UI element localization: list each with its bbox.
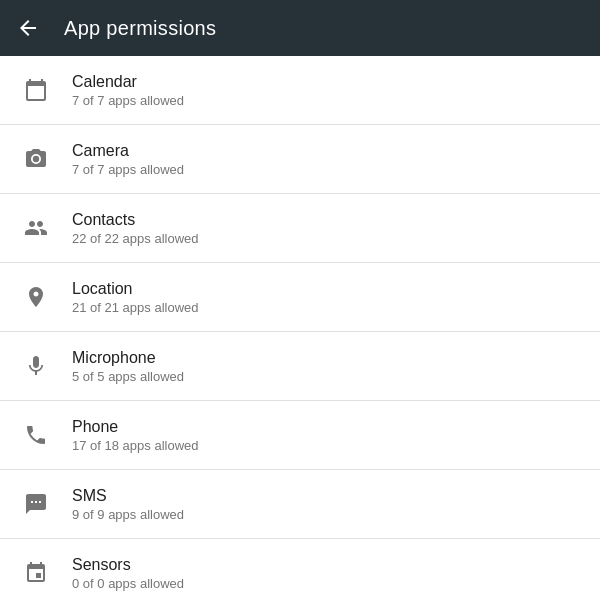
sms-icon	[16, 484, 56, 524]
calendar-icon	[16, 70, 56, 110]
page-title: App permissions	[64, 17, 216, 40]
list-item-microphone[interactable]: Microphone 5 of 5 apps allowed	[0, 332, 600, 401]
list-item-contacts[interactable]: Contacts 22 of 22 apps allowed	[0, 194, 600, 263]
list-item-camera[interactable]: Camera 7 of 7 apps allowed	[0, 125, 600, 194]
sms-text: SMS 9 of 9 apps allowed	[72, 487, 184, 522]
location-text: Location 21 of 21 apps allowed	[72, 280, 198, 315]
camera-subtitle: 7 of 7 apps allowed	[72, 162, 184, 177]
location-icon	[16, 277, 56, 317]
microphone-icon	[16, 346, 56, 386]
calendar-title: Calendar	[72, 73, 184, 91]
header: App permissions	[0, 0, 600, 56]
phone-subtitle: 17 of 18 apps allowed	[72, 438, 198, 453]
phone-text: Phone 17 of 18 apps allowed	[72, 418, 198, 453]
sensors-subtitle: 0 of 0 apps allowed	[72, 576, 184, 591]
microphone-text: Microphone 5 of 5 apps allowed	[72, 349, 184, 384]
back-button[interactable]	[16, 16, 40, 40]
microphone-title: Microphone	[72, 349, 184, 367]
list-item-sms[interactable]: SMS 9 of 9 apps allowed	[0, 470, 600, 539]
permissions-list: Calendar 7 of 7 apps allowed Camera 7 of…	[0, 56, 600, 600]
list-item-phone[interactable]: Phone 17 of 18 apps allowed	[0, 401, 600, 470]
phone-title: Phone	[72, 418, 198, 436]
contacts-title: Contacts	[72, 211, 198, 229]
calendar-text: Calendar 7 of 7 apps allowed	[72, 73, 184, 108]
contacts-subtitle: 22 of 22 apps allowed	[72, 231, 198, 246]
sensors-icon	[16, 553, 56, 593]
list-item-calendar[interactable]: Calendar 7 of 7 apps allowed	[0, 56, 600, 125]
sensors-text: Sensors 0 of 0 apps allowed	[72, 556, 184, 591]
list-item-sensors[interactable]: Sensors 0 of 0 apps allowed	[0, 539, 600, 600]
camera-text: Camera 7 of 7 apps allowed	[72, 142, 184, 177]
location-title: Location	[72, 280, 198, 298]
app-permissions-screen: App permissions Calendar 7 of 7 apps all…	[0, 0, 600, 600]
sms-title: SMS	[72, 487, 184, 505]
phone-icon	[16, 415, 56, 455]
camera-icon	[16, 139, 56, 179]
contacts-icon	[16, 208, 56, 248]
sensors-title: Sensors	[72, 556, 184, 574]
camera-title: Camera	[72, 142, 184, 160]
calendar-subtitle: 7 of 7 apps allowed	[72, 93, 184, 108]
microphone-subtitle: 5 of 5 apps allowed	[72, 369, 184, 384]
contacts-text: Contacts 22 of 22 apps allowed	[72, 211, 198, 246]
location-subtitle: 21 of 21 apps allowed	[72, 300, 198, 315]
sms-subtitle: 9 of 9 apps allowed	[72, 507, 184, 522]
list-item-location[interactable]: Location 21 of 21 apps allowed	[0, 263, 600, 332]
